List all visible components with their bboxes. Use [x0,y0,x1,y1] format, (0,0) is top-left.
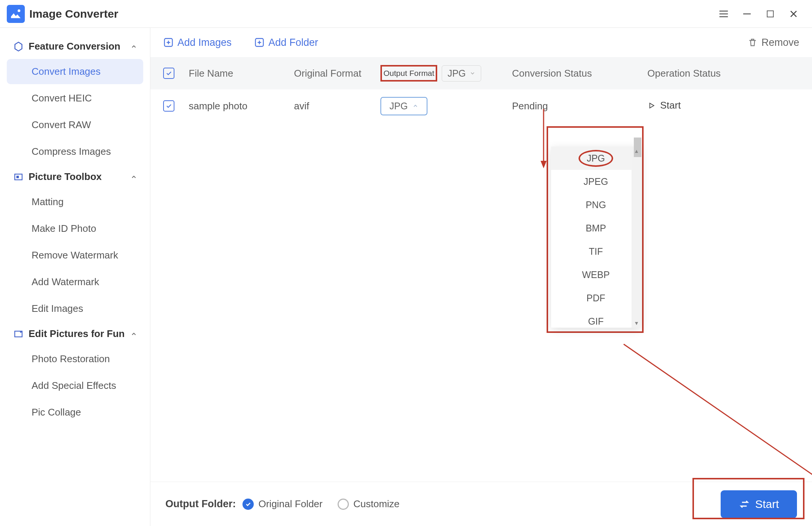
check-icon [245,501,251,507]
radio-label: Customize [353,498,400,510]
minimize-button[interactable] [735,2,759,26]
add-folder-button[interactable]: Add Folder [254,37,318,48]
sidebar-item-pic-collage[interactable]: Pic Collage [7,400,143,425]
chevron-down-icon [470,70,476,76]
dropdown-scrollbar[interactable] [632,147,641,328]
select-all-checkbox[interactable] [163,68,174,79]
main-pane: Add Images Add Folder Remove File Name O… [150,28,812,526]
maximize-button[interactable] [759,2,782,26]
chevron-up-icon [412,103,418,109]
button-label: Add Folder [268,37,318,48]
dropdown-option-png[interactable]: PNG [551,193,641,216]
button-label: Add Images [177,37,232,48]
play-icon [647,101,656,110]
swap-icon [739,499,750,510]
output-format-dropdown: JPG JPEG PNG BMP TIF WEBP PDF GIF ▲ ▼ [547,126,644,333]
col-header-conversion-status: Conversion Status [512,68,632,79]
sidebar-group-label: Edit Pictures for Fun [29,328,125,340]
toolbar: Add Images Add Folder Remove [150,28,812,57]
scrollbar-thumb[interactable] [634,138,641,157]
svg-rect-1 [767,11,774,17]
col-header-original-format: Original Format [294,68,380,79]
add-images-button[interactable]: Add Images [163,37,232,48]
sidebar: Feature Conversion Convert Images Conver… [0,28,150,526]
dropdown-option-jpeg[interactable]: JPEG [551,170,641,193]
svg-rect-3 [17,175,19,178]
hamburger-menu-icon[interactable] [712,2,735,26]
start-button[interactable]: Start [721,490,797,518]
svg-point-0 [18,9,20,12]
dropdown-list[interactable]: JPG JPEG PNG BMP TIF WEBP PDF GIF [551,147,641,328]
button-label: Remove [761,37,799,48]
col-header-operation-status: Operation Status [647,68,730,79]
sparkle-image-icon [13,328,24,340]
chevron-up-icon [130,43,137,50]
output-folder-label: Output Folder: [165,498,236,510]
scroll-down-arrow-icon[interactable]: ▼ [634,320,639,326]
cell-original-format: avif [294,100,380,112]
col-header-file-name: File Name [189,68,294,79]
dropdown-option-jpg[interactable]: JPG [551,147,641,170]
sidebar-item-make-id-photo[interactable]: Make ID Photo [7,216,143,241]
dropdown-option-pdf[interactable]: PDF [551,286,641,310]
dropdown-option-tif[interactable]: TIF [551,240,641,263]
trash-icon [748,38,757,47]
sidebar-item-convert-raw[interactable]: Convert RAW [7,112,143,138]
sidebar-group-picture-toolbox[interactable]: Picture Toolbox [5,166,145,188]
radio-original-folder[interactable]: Original Folder [242,498,323,510]
button-label: Start [660,100,681,111]
sidebar-item-edit-images[interactable]: Edit Images [7,296,143,321]
plus-box-icon [254,37,265,48]
sidebar-group-edit-pictures-fun[interactable]: Edit Pictures for Fun [5,323,145,345]
sidebar-item-compress-images[interactable]: Compress Images [7,139,143,164]
toolbox-icon [13,171,24,183]
scroll-up-arrow-icon[interactable]: ▲ [634,148,639,154]
sidebar-item-convert-images[interactable]: Convert Images [7,59,143,84]
table-header: File Name Original Format Output Format … [150,57,812,89]
title-bar: Image Converter [0,0,812,28]
dropdown-option-webp[interactable]: WEBP [551,263,641,286]
sidebar-item-matting[interactable]: Matting [7,189,143,215]
sidebar-item-convert-heic[interactable]: Convert HEIC [7,86,143,111]
sidebar-group-label: Feature Conversion [29,41,120,52]
close-button[interactable] [782,2,805,26]
row-checkbox[interactable] [163,100,174,112]
sidebar-item-remove-watermark[interactable]: Remove Watermark [7,243,143,268]
remove-button[interactable]: Remove [748,37,799,48]
app-title: Image Converter [29,8,118,20]
hexagon-icon [13,41,24,52]
bottom-bar: Output Folder: Original Folder Customize… [150,482,812,526]
select-value: JPG [447,68,466,79]
row-start-button[interactable]: Start [647,100,681,111]
col-header-output-format: Output Format [380,65,437,82]
select-value: JPG [389,101,408,112]
chevron-up-icon [130,174,137,180]
sidebar-item-photo-restoration[interactable]: Photo Restoration [7,346,143,372]
sidebar-group-feature-conversion[interactable]: Feature Conversion [5,35,145,57]
plus-box-icon [163,37,174,48]
output-format-global-select[interactable]: JPG [442,65,481,82]
radio-customize[interactable]: Customize [338,498,400,510]
dropdown-option-gif[interactable]: GIF [551,310,641,328]
sidebar-item-add-watermark[interactable]: Add Watermark [7,269,143,295]
app-logo-icon [7,5,25,23]
dropdown-option-bmp[interactable]: BMP [551,216,641,240]
cell-file-name: sample photo [189,100,294,112]
row-output-format-select[interactable]: JPG [380,97,427,115]
sidebar-item-add-special-effects[interactable]: Add Special Effects [7,373,143,398]
button-label: Start [755,498,779,511]
sidebar-group-label: Picture Toolbox [29,171,102,183]
cell-conversion-status: Pending [512,100,632,112]
table-row: sample photo avif JPG Pending Start [150,89,812,122]
radio-label: Original Folder [258,498,323,510]
chevron-up-icon [130,331,137,337]
